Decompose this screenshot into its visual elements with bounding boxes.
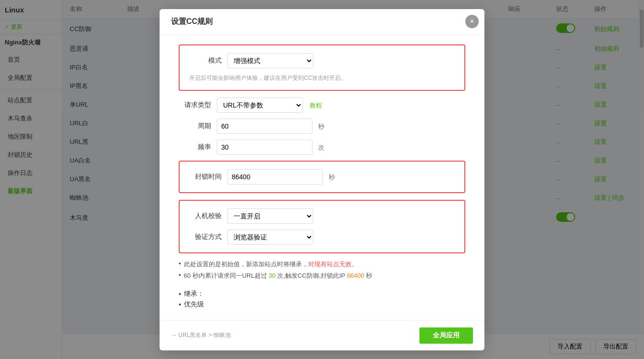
modal-title: 设置CC规则 <box>160 9 484 35</box>
mode-hint: 开启后可能会影响用户体验，建议在用户受到CC攻击时开启。 <box>189 74 455 82</box>
modal-dialog: 设置CC规则 × 模式 增强模式 普通模式 宽松模式 开启后可能会影响用户体验，… <box>160 9 484 350</box>
lock-time-input[interactable]: 86400 <box>227 169 323 185</box>
period-label: 周期 <box>179 122 217 131</box>
period-input[interactable]: 60 <box>217 119 312 134</box>
verify-method-select[interactable]: 浏览器验证 滑块验证 图片验证 <box>227 229 313 245</box>
frequency-row: 频率 30 次 <box>179 140 465 155</box>
priority-label: 优先级 <box>184 300 204 309</box>
note-highlight-red: 对现有站点无效。 <box>308 261 358 268</box>
frequency-input[interactable]: 30 <box>217 140 312 155</box>
verify-method-row: 验证方式 浏览器验证 滑块验证 图片验证 <box>189 229 455 245</box>
request-type-select[interactable]: URL不带参数 URL带参数 全部 <box>217 98 303 113</box>
notes-section: • 此处设置的是初始值，新添加站点时将继承，对现有站点无效。 • 60 秒内累计… <box>179 260 465 290</box>
mode-select[interactable]: 增强模式 普通模式 宽松模式 <box>227 53 313 68</box>
apply-button[interactable]: 全局应用 <box>419 327 473 344</box>
verify-method-control: 浏览器验证 滑块验证 图片验证 <box>227 229 455 245</box>
mode-section: 模式 增强模式 普通模式 宽松模式 开启后可能会影响用户体验，建议在用户受到CC… <box>179 44 465 91</box>
modal-body: 模式 增强模式 普通模式 宽松模式 开启后可能会影响用户体验，建议在用户受到CC… <box>160 35 484 320</box>
verify-method-label: 验证方式 <box>189 233 227 241</box>
period-row: 周期 60 秒 <box>179 119 465 134</box>
human-check-control: 一直开启 触发时开启 关闭 <box>227 208 455 224</box>
lock-time-label: 封锁时间 <box>189 173 227 181</box>
mode-control: 增强模式 普通模式 宽松模式 <box>227 53 455 68</box>
tutorial-link[interactable]: 教程 <box>310 102 322 109</box>
human-check-label: 人机校验 <box>189 212 227 220</box>
period-control: 60 秒 <box>217 119 465 134</box>
mode-row: 模式 增强模式 普通模式 宽松模式 <box>189 53 455 68</box>
inherit-row: • 继承： <box>179 290 465 298</box>
priority-row: • 优先级 <box>179 300 465 309</box>
frequency-control: 30 次 <box>217 140 465 155</box>
request-type-row: 请求类型 URL不带参数 URL带参数 全部 教程 <box>179 98 465 113</box>
lock-time-control: 86400 秒 <box>227 169 455 185</box>
note-number1: 30 <box>268 272 275 279</box>
request-type-label: 请求类型 <box>179 101 217 109</box>
lock-time-unit: 秒 <box>329 174 335 181</box>
period-unit: 秒 <box>318 123 324 130</box>
mode-label: 模式 <box>189 56 227 65</box>
modal-overlay: 设置CC规则 × 模式 增强模式 普通模式 宽松模式 开启后可能会影响用户体验，… <box>0 0 644 359</box>
modal-close-button[interactable]: × <box>465 15 479 28</box>
lock-time-row: 封锁时间 86400 秒 <box>189 169 455 185</box>
footer-note: → URL黑名单 > 蜘蛛池 <box>171 331 231 339</box>
frequency-label: 频率 <box>179 143 217 152</box>
note-item-2: • 60 秒内累计请求同一URL超过 30 次,触发CC防御,封锁此IP 864… <box>179 272 465 280</box>
modal-footer: → URL黑名单 > 蜘蛛池 全局应用 <box>160 320 484 350</box>
lock-time-section: 封锁时间 86400 秒 <box>179 161 465 193</box>
inherit-label: 继承： <box>184 290 204 298</box>
human-check-select[interactable]: 一直开启 触发时开启 关闭 <box>227 208 313 224</box>
human-check-row: 人机校验 一直开启 触发时开启 关闭 <box>189 208 455 224</box>
captcha-section: 人机校验 一直开启 触发时开启 关闭 验证方式 浏览器验证 <box>179 200 465 253</box>
frequency-unit: 次 <box>318 144 324 151</box>
note-item-1: • 此处设置的是初始值，新添加站点时将继承，对现有站点无效。 <box>179 260 465 269</box>
request-type-control: URL不带参数 URL带参数 全部 教程 <box>217 98 465 113</box>
note-number2: 86400 <box>347 272 364 279</box>
